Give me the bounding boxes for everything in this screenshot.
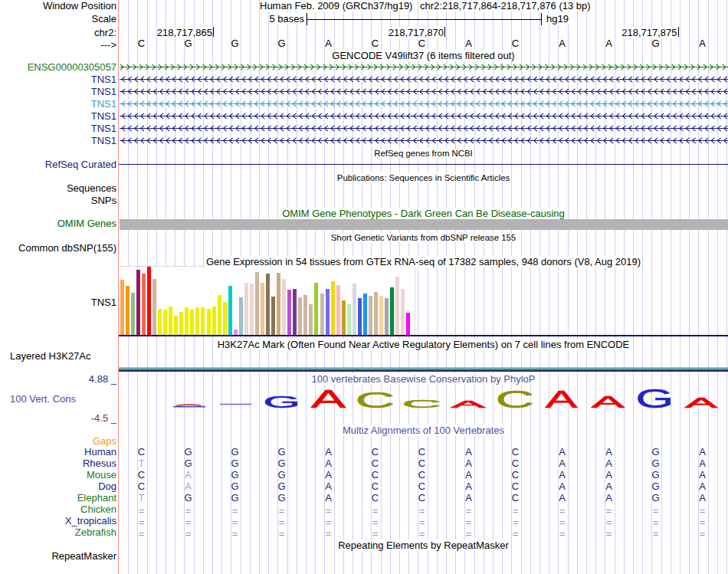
svg-text:C: C (402, 398, 441, 410)
svg-text:C: C (496, 386, 534, 411)
svg-text:A: A (546, 385, 579, 411)
svg-text:A: A (592, 393, 626, 411)
svg-text:A: A (451, 399, 487, 410)
svg-text:C: C (356, 388, 395, 411)
svg-text:G: G (264, 392, 300, 411)
svg-text:A: A (311, 385, 346, 411)
svg-text:A: A (685, 395, 717, 411)
svg-text:G: G (635, 383, 674, 411)
